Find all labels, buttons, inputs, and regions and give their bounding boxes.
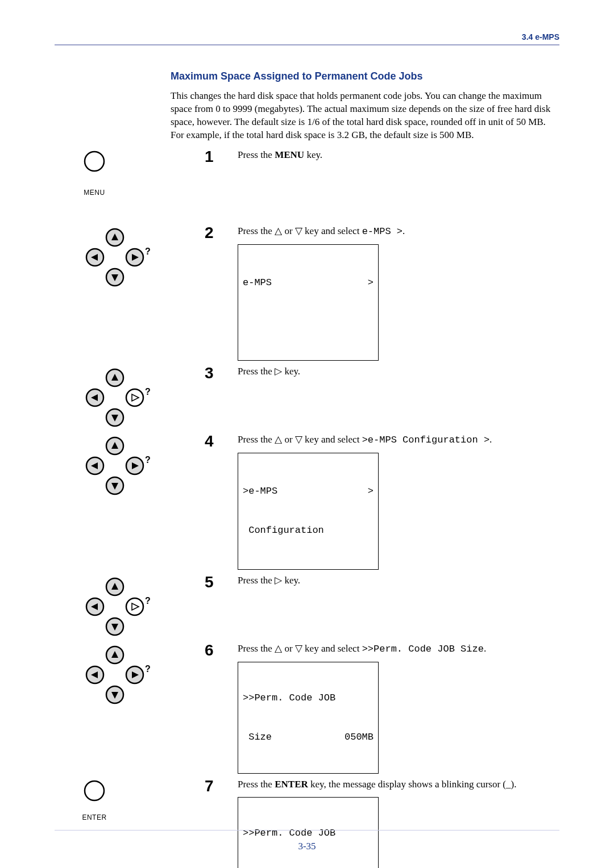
enter-key-label: ENTER: [81, 813, 108, 822]
step-number: 5: [205, 573, 235, 590]
svg-text:?: ?: [145, 596, 151, 606]
step-6: ? 6 Press the △ or ▽ key and select >>Pe…: [0, 641, 614, 774]
step-7: ENTER 7 Press the ENTER key, the message…: [0, 777, 614, 868]
dpad-icon: ?: [81, 644, 149, 706]
svg-point-46: [85, 781, 104, 800]
step-1: MENU 1 Press the MENU key.: [0, 148, 614, 220]
step-text: Press the △ or ▽ key and select >>Perm. …: [238, 642, 559, 656]
step-text: Press the ENTER key, the message display…: [238, 778, 559, 791]
svg-text:?: ?: [145, 387, 151, 397]
step-text: Press the △ or ▽ key and select >e-MPS C…: [238, 433, 559, 447]
step-text: Press the ▷ key.: [238, 574, 559, 587]
rule-top: [55, 44, 559, 45]
dpad-icon: ?: [81, 226, 149, 289]
step-text: Press the ▷ key.: [238, 365, 559, 378]
svg-text:?: ?: [145, 664, 151, 674]
intro-paragraph: This changes the hard disk space that ho…: [171, 90, 559, 142]
lcd-display: >>Perm. Code JOB Size 050MB: [238, 797, 379, 868]
svg-text:?: ?: [145, 455, 151, 465]
svg-point-0: [85, 152, 104, 171]
enter-key-icon: ENTER: [81, 779, 108, 822]
dpad-icon: ?: [81, 575, 149, 638]
svg-point-13: [126, 389, 143, 406]
page-number: 3-35: [0, 840, 614, 853]
menu-key-icon: MENU: [81, 150, 108, 197]
menu-key-label: MENU: [81, 188, 108, 197]
lcd-display: >>Perm. Code JOB Size050MB: [238, 662, 379, 774]
page: 3.4 e-MPS Maximum Space Assigned to Perm…: [0, 0, 614, 868]
step-number: 4: [205, 432, 235, 449]
step-3: ? 3 Press the ▷ key.: [0, 364, 614, 429]
step-number: 2: [205, 224, 235, 241]
step-number: 6: [205, 641, 235, 658]
step-number: 7: [205, 777, 235, 794]
step-text: Press the MENU key.: [238, 149, 559, 162]
svg-point-31: [126, 598, 143, 615]
lcd-display: >e-MPS> Configuration: [238, 453, 379, 570]
content-block: Maximum Space Assigned to Permanent Code…: [171, 69, 559, 156]
steps-list: MENU 1 Press the MENU key.: [0, 148, 614, 868]
step-text: Press the △ or ▽ key and select e-MPS >.: [238, 225, 559, 239]
svg-text:?: ?: [145, 247, 151, 256]
page-title: Maximum Space Assigned to Permanent Code…: [171, 69, 559, 83]
step-4: ? 4 Press the △ or ▽ key and select >e-M…: [0, 432, 614, 569]
dpad-icon: ?: [81, 366, 149, 429]
rule-bottom: [55, 830, 559, 831]
lcd-display: e-MPS>: [238, 244, 379, 361]
dpad-icon: ?: [81, 435, 149, 497]
step-2: ? 2 Press the △ or ▽ key and select e-MP…: [0, 224, 614, 361]
step-number: 1: [205, 148, 235, 165]
step-number: 3: [205, 364, 235, 381]
step-5: ? 5 Press the ▷ key.: [0, 573, 614, 638]
header-section-label: 3.4 e-MPS: [522, 32, 559, 43]
